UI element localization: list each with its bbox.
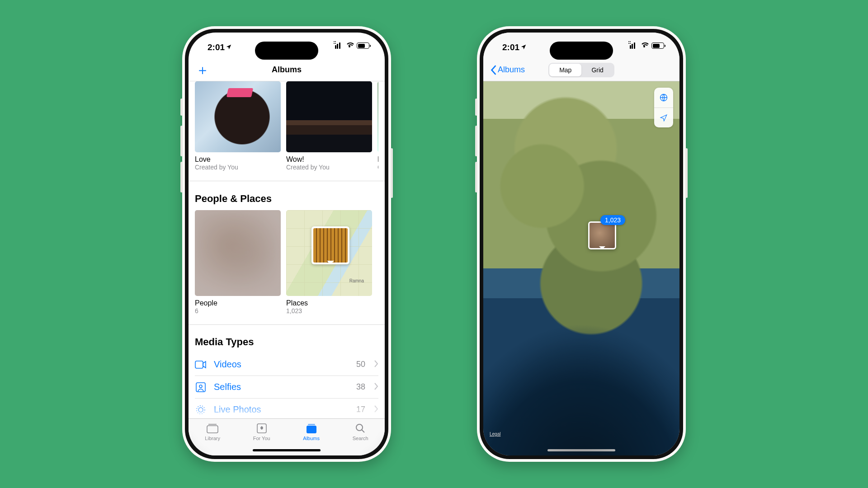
album-thumb (377, 81, 378, 152)
battery-icon (651, 42, 664, 49)
my-albums-row[interactable]: Love Created by You Wow! Created by You … (195, 81, 378, 171)
search-icon (355, 422, 366, 434)
chevron-right-icon (374, 383, 378, 392)
svg-point-11 (356, 424, 363, 431)
seg-grid[interactable]: Grid (581, 64, 613, 76)
places-album[interactable]: Ramna Places 1,023 (286, 210, 372, 314)
album-subtitle: C (377, 164, 378, 171)
album-peek[interactable]: Fo C (377, 81, 378, 171)
seg-map[interactable]: Map (549, 64, 581, 76)
media-types-header: Media Types (195, 336, 378, 348)
wifi-icon (640, 42, 648, 49)
mute-switch (475, 99, 477, 116)
media-count: 50 (356, 360, 365, 369)
map-label: Ramna (349, 278, 364, 283)
places-count: 1,023 (286, 307, 372, 314)
album-subtitle: Created by You (286, 164, 372, 171)
photo-cluster-pin[interactable]: 1,023 (588, 221, 616, 249)
battery-icon (357, 42, 369, 49)
home-indicator[interactable] (253, 449, 321, 451)
places-label: Places (286, 299, 372, 307)
tab-label: Search (353, 436, 368, 441)
vol-down-button (475, 162, 477, 192)
map-controls (654, 88, 673, 127)
back-label: Albums (498, 65, 525, 75)
tab-label: For You (253, 436, 270, 441)
chevron-right-icon (374, 360, 378, 369)
media-row-videos[interactable]: Videos 50 (195, 353, 378, 376)
album-name: Wow! (286, 155, 372, 164)
cluster-thumb (588, 221, 616, 249)
map-mode-button[interactable] (654, 88, 673, 108)
locate-me-button[interactable] (654, 108, 673, 127)
wifi-icon (345, 42, 354, 49)
tab-label: Albums (303, 436, 320, 441)
media-label: Selfies (214, 382, 349, 392)
tab-search[interactable]: Search (353, 422, 368, 441)
svg-rect-9 (307, 426, 316, 433)
location-icon (226, 42, 232, 52)
cell-signal-icon (630, 42, 637, 49)
tab-library[interactable]: Library (205, 422, 220, 441)
album-wow[interactable]: Wow! Created by You (286, 81, 372, 171)
people-places-header: People & Places (195, 193, 378, 205)
albums-scroll[interactable]: Love Created by You Wow! Created by You … (189, 81, 385, 418)
phone-frame-albums: 2:01 ＋ Albums (182, 26, 391, 462)
tab-albums[interactable]: Albums (303, 422, 320, 441)
places-thumb: Ramna (286, 210, 372, 296)
foryou-icon (256, 422, 267, 434)
navbar: ＋ Albums (189, 59, 385, 81)
people-thumb (195, 210, 281, 296)
places-map-view[interactable]: 1,023 Legal (483, 81, 679, 455)
tab-foryou[interactable]: For You (253, 422, 270, 441)
clock-label: 2:01 (208, 42, 232, 52)
library-icon (206, 422, 219, 434)
album-name: Fo (377, 155, 378, 164)
album-love[interactable]: Love Created by You (195, 81, 281, 171)
svg-rect-1 (196, 383, 205, 392)
vol-up-button (180, 126, 183, 156)
location-icon (520, 42, 527, 52)
home-indicator[interactable] (547, 449, 615, 451)
mute-switch (180, 99, 183, 116)
clock-label: 2:01 (502, 42, 527, 52)
cluster-count-badge: 1,023 (600, 215, 625, 225)
power-button (685, 148, 688, 198)
tab-label: Library (205, 436, 220, 441)
svg-rect-10 (308, 424, 315, 425)
legal-link[interactable]: Legal (490, 432, 500, 436)
people-label: People (195, 299, 281, 307)
svg-rect-0 (195, 361, 203, 368)
album-thumb (286, 81, 372, 152)
map-navbar: Albums Map Grid (483, 59, 679, 81)
selfie-icon (195, 382, 207, 392)
back-button[interactable]: Albums (491, 65, 525, 75)
video-icon (195, 361, 207, 369)
cell-signal-icon (335, 42, 343, 49)
media-count: 38 (356, 382, 365, 392)
vol-up-button (475, 126, 477, 156)
dynamic-island (255, 42, 318, 60)
album-thumb (195, 81, 281, 152)
album-name: Love (195, 155, 281, 164)
tab-bar: Library For You Albums Search (189, 418, 385, 455)
dynamic-island (550, 42, 613, 60)
places-pin (311, 226, 349, 264)
power-button (391, 148, 393, 198)
media-label: Videos (214, 359, 349, 370)
albums-icon (305, 422, 318, 434)
phone-frame-map: 2:01 Albums Map Grid (477, 26, 686, 462)
add-button[interactable]: ＋ (196, 63, 209, 77)
album-subtitle: Created by You (195, 164, 281, 171)
svg-point-2 (199, 385, 202, 388)
view-mode-segment: Map Grid (548, 63, 614, 77)
media-row-selfies[interactable]: Selfies 38 (195, 376, 378, 399)
people-album[interactable]: People 6 (195, 210, 281, 314)
vol-down-button (180, 162, 183, 192)
nav-title: Albums (272, 65, 302, 75)
people-count: 6 (195, 307, 281, 314)
svg-rect-7 (207, 426, 218, 433)
